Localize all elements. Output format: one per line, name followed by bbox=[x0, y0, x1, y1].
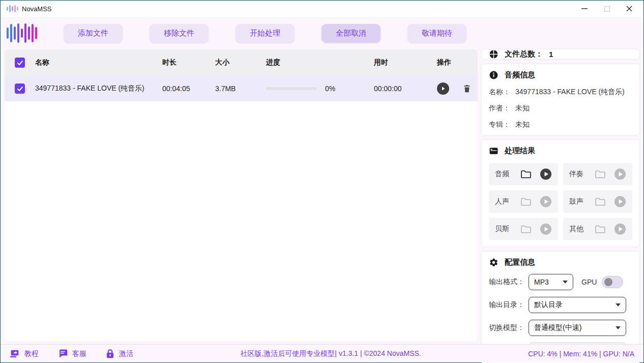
play-circle-icon bbox=[614, 196, 626, 208]
row-play-button[interactable] bbox=[437, 82, 449, 95]
config-title: 配置信息 bbox=[505, 258, 535, 267]
output-format-value: MP3 bbox=[534, 278, 549, 286]
sidebar: 文件总数： 1 音频信息 名称： 349771833 - FAKE LOVE (… bbox=[482, 49, 639, 341]
file-count-label: 文件总数： bbox=[505, 49, 543, 59]
play-circle-icon bbox=[614, 168, 626, 180]
play-circle-icon[interactable] bbox=[540, 168, 552, 180]
header-size: 大小 bbox=[215, 58, 266, 67]
folder-icon bbox=[517, 197, 540, 206]
activate-link[interactable]: 激活 bbox=[106, 349, 133, 358]
gpu-toggle[interactable] bbox=[602, 276, 623, 288]
results-card: 处理结果 音频 伴奏 bbox=[482, 140, 639, 246]
result-accompaniment-label: 伴奏 bbox=[569, 170, 592, 179]
footer-links: 教程 客服 激活 bbox=[10, 349, 133, 358]
table-header: 名称 时长 大小 进度 用时 操作 bbox=[5, 49, 478, 76]
results-title: 处理结果 bbox=[505, 146, 535, 156]
table-empty-area bbox=[5, 101, 478, 341]
remove-files-button[interactable]: 移除文件 bbox=[150, 24, 209, 43]
folder-icon bbox=[592, 197, 614, 206]
tutorial-icon bbox=[10, 349, 20, 358]
audio-name-label: 名称： bbox=[489, 88, 510, 96]
table-row[interactable]: 349771833 - FAKE LOVE (纯音乐) 00:04:05 3.7… bbox=[5, 76, 478, 101]
file-count-card: 文件总数： 1 bbox=[482, 49, 639, 59]
audio-album-label: 专辑： bbox=[489, 120, 510, 129]
select-all-checkbox[interactable] bbox=[15, 58, 25, 68]
file-elapsed: 00:00:00 bbox=[374, 85, 431, 93]
start-processing-button[interactable]: 开始处理 bbox=[236, 24, 295, 43]
result-vocals-label: 人声 bbox=[495, 197, 517, 206]
add-files-button[interactable]: 添加文件 bbox=[64, 24, 123, 43]
model-label: 切换模型： bbox=[489, 323, 529, 332]
footer-version-text: 社区版,激活后可使用专业模型| v1.3.1 | ©2024 NovaMSS. bbox=[133, 349, 528, 358]
chat-icon bbox=[58, 349, 68, 358]
support-label: 客服 bbox=[72, 349, 86, 358]
activate-label: 激活 bbox=[119, 349, 133, 358]
info-icon bbox=[489, 70, 499, 80]
chevron-down-icon bbox=[563, 281, 568, 284]
check-icon bbox=[17, 60, 23, 66]
row-checkbox[interactable] bbox=[15, 83, 25, 94]
result-audio-label: 音频 bbox=[495, 170, 517, 179]
waveform-logo-icon bbox=[7, 22, 37, 44]
chevron-down-icon bbox=[616, 303, 621, 306]
row-delete-button[interactable] bbox=[462, 84, 472, 94]
audio-artist-value: 未知 bbox=[515, 104, 530, 113]
output-format-label: 输出格式： bbox=[489, 277, 529, 287]
audio-album-value: 未知 bbox=[515, 120, 530, 129]
pie-chart-icon bbox=[489, 49, 499, 59]
result-other-label: 其他 bbox=[569, 225, 592, 234]
result-drums-label: 鼓声 bbox=[569, 197, 592, 206]
cancel-all-button[interactable]: 全部取消 bbox=[321, 24, 380, 43]
check-icon bbox=[17, 86, 23, 92]
model-row: 切换模型： 普通模型(中速) bbox=[489, 320, 632, 336]
audio-name-row: 名称： 349771833 - FAKE LOVE (纯音乐) bbox=[489, 88, 632, 96]
output-dir-label: 输出目录： bbox=[489, 300, 529, 310]
result-accompaniment: 伴奏 bbox=[563, 163, 632, 185]
file-count-value: 1 bbox=[549, 50, 553, 59]
main-content: 名称 时长 大小 进度 用时 操作 349771833 - FAKE LOVE … bbox=[1, 49, 643, 344]
output-format-select[interactable]: MP3 bbox=[529, 274, 573, 290]
chevron-down-icon bbox=[616, 326, 621, 329]
file-table: 名称 时长 大小 进度 用时 操作 349771833 - FAKE LOVE … bbox=[5, 49, 478, 341]
output-dir-row: 输出目录： 默认目录 bbox=[489, 297, 632, 313]
minimize-icon bbox=[581, 6, 588, 12]
progress-bar bbox=[266, 87, 317, 90]
play-circle-icon bbox=[540, 196, 552, 208]
gear-icon bbox=[489, 258, 499, 267]
footer-system-stats: CPU: 4% | Mem: 41% | GPU: N/A bbox=[528, 350, 634, 358]
app-window: NovaMSS 添加文件 移除文件 开始处理 全部取消 敬 bbox=[0, 0, 644, 363]
output-dir-value: 默认目录 bbox=[534, 300, 563, 310]
output-format-row: 输出格式： MP3 GPU bbox=[489, 274, 632, 290]
app-logo-icon bbox=[7, 5, 18, 13]
audio-album-row: 专辑： 未知 bbox=[489, 120, 632, 129]
folder-icon bbox=[592, 170, 614, 179]
maximize-button[interactable] bbox=[596, 1, 618, 16]
file-name: 349771833 - FAKE LOVE (纯音乐) bbox=[35, 84, 144, 93]
result-audio: 音频 bbox=[489, 163, 558, 185]
play-icon bbox=[441, 86, 446, 91]
close-button[interactable] bbox=[618, 1, 640, 16]
header-duration: 时长 bbox=[162, 58, 215, 67]
file-size: 3.7MB bbox=[215, 85, 266, 93]
minimize-button[interactable] bbox=[573, 1, 596, 16]
tutorial-label: 教程 bbox=[24, 349, 39, 358]
result-other: 其他 bbox=[563, 218, 632, 240]
folder-icon bbox=[517, 225, 540, 234]
titlebar-left: NovaMSS bbox=[7, 5, 52, 13]
maximize-icon bbox=[604, 6, 610, 12]
audio-info-card: 音频信息 名称： 349771833 - FAKE LOVE (纯音乐) 作者：… bbox=[482, 64, 639, 135]
lock-icon bbox=[106, 349, 114, 358]
close-icon bbox=[626, 6, 632, 12]
output-dir-select[interactable]: 默认目录 bbox=[529, 297, 626, 313]
trash-icon bbox=[462, 84, 472, 94]
window-controls bbox=[573, 1, 640, 16]
tutorial-link[interactable]: 教程 bbox=[10, 349, 39, 358]
folder-icon[interactable] bbox=[517, 170, 540, 179]
support-link[interactable]: 客服 bbox=[58, 349, 86, 358]
model-select[interactable]: 普通模型(中速) bbox=[529, 320, 626, 336]
header-elapsed: 用时 bbox=[374, 58, 431, 67]
result-drums: 鼓声 bbox=[563, 190, 632, 213]
coming-soon-button[interactable]: 敬请期待 bbox=[407, 24, 466, 43]
results-grid: 音频 伴奏 bbox=[489, 163, 632, 240]
progress-label: 0% bbox=[325, 85, 335, 93]
